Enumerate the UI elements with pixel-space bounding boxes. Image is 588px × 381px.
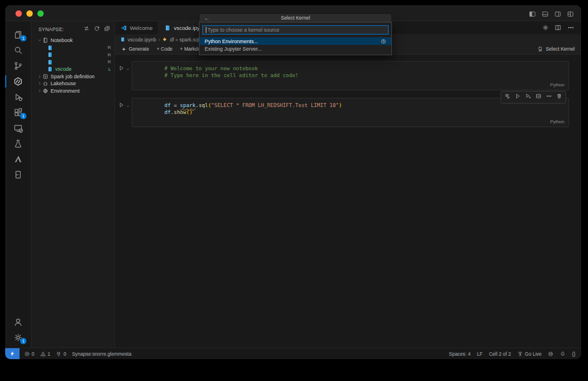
refresh-icon — [94, 25, 100, 32]
status-braces[interactable]: {} — [572, 351, 575, 357]
tree-item-notebook-file[interactable]: R — [32, 51, 114, 59]
status-feedback[interactable] — [548, 351, 554, 357]
tree-item-spark-job-definition[interactable]: Spark job definition — [32, 73, 114, 81]
kernel-source-existing-jupyter-server-label: Existing Jupyter Server... — [205, 46, 386, 52]
tree-item-environment[interactable]: Environment — [32, 87, 114, 95]
breadcrumb-file[interactable]: vscode.ipynb — [128, 37, 156, 43]
activity-remote-explorer[interactable] — [5, 120, 31, 136]
zoom-window-button[interactable] — [37, 10, 44, 17]
activity-extensions[interactable]: 1 — [5, 105, 31, 120]
activity-azure[interactable] — [5, 151, 31, 167]
activity-source-control[interactable] — [5, 58, 31, 74]
activity-manage-badge: 1 — [20, 338, 26, 344]
dialog-title: Select Kernel — [281, 15, 310, 21]
run-cell-button[interactable] — [118, 63, 125, 74]
activity-search[interactable] — [5, 43, 31, 58]
run-options-chevron[interactable] — [126, 100, 130, 111]
back-button[interactable]: ← — [204, 14, 210, 22]
cell-language-indicator[interactable]: Python — [550, 119, 564, 125]
swap-icon — [83, 25, 90, 32]
tree-item-decoration: R — [107, 52, 111, 58]
activity-bar-top: 11 — [5, 27, 31, 182]
collapse-all-button[interactable] — [104, 25, 110, 33]
tree-item-decoration: R — [107, 59, 111, 64]
remote-indicator[interactable] — [5, 348, 20, 359]
activity-synapse[interactable] — [5, 74, 31, 89]
chevron-right-icon — [37, 81, 42, 86]
activity-manage[interactable]: 1 — [5, 330, 31, 345]
refresh-button[interactable] — [94, 25, 100, 33]
bell-icon — [560, 351, 566, 357]
execute-below-button[interactable] — [525, 93, 531, 101]
toggle-secondary-sidebar-button[interactable] — [554, 10, 562, 20]
activity-run-and-debug[interactable] — [5, 89, 31, 105]
split-cell-icon — [536, 93, 541, 99]
minimize-window-button[interactable] — [26, 10, 33, 17]
tree-item-label: Lakehouse — [51, 81, 111, 86]
status-braces-text: {} — [572, 351, 575, 357]
configure-notebook-button[interactable] — [542, 23, 549, 33]
chevron-right-icon — [37, 74, 42, 79]
tree-item-notebook-file[interactable]: R — [32, 59, 114, 66]
toggle-panel-button[interactable] — [541, 10, 549, 20]
tree-item-notebook-file[interactable]: R — [32, 44, 114, 52]
chevron-right-icon — [37, 89, 42, 93]
activity-testing[interactable] — [5, 136, 31, 151]
tree-item-notebook[interactable]: Notebook — [32, 37, 114, 44]
status-go-live[interactable]: Go Live — [517, 351, 541, 357]
generate-button[interactable]: Generate — [121, 46, 149, 52]
tree-item-label: Notebook — [51, 37, 111, 43]
cell-editor[interactable]: # Welcome to your new notebook# Type her… — [132, 61, 569, 90]
more-icon — [567, 24, 574, 31]
status-warnings[interactable]: 1 — [40, 351, 51, 357]
activity-accounts[interactable] — [5, 314, 31, 330]
error-icon — [24, 351, 30, 357]
tree-item-decoration: L — [109, 67, 111, 72]
status-eol[interactable]: LF — [477, 351, 483, 357]
status-go-live-text: Go Live — [525, 351, 541, 357]
select-kernel-button[interactable]: Select Kernel — [537, 46, 575, 52]
git-icon — [13, 61, 23, 71]
execute-above-button[interactable] — [505, 93, 510, 101]
editor-actions — [542, 21, 581, 35]
close-window-button[interactable] — [16, 10, 22, 17]
status-errors[interactable]: 0 — [24, 351, 34, 357]
tree-item-lakehouse[interactable]: Lakehouse — [32, 80, 114, 87]
status-synapse-account[interactable]: Synapse:snorre.glemmesta — [72, 351, 131, 357]
tab-welcome[interactable]: Welcome — [115, 21, 159, 35]
delete-cell-icon — [556, 93, 562, 99]
kernel-icon — [537, 46, 543, 52]
split-cell-button[interactable] — [536, 93, 541, 101]
smiley-icon — [548, 351, 554, 357]
add-code-cell-button[interactable]: + Code — [156, 46, 172, 52]
split-editor-button[interactable] — [555, 23, 562, 33]
more-actions-button[interactable] — [567, 23, 574, 33]
more-button[interactable] — [546, 93, 552, 101]
customize-layout-button[interactable] — [567, 10, 574, 20]
cell-language-indicator[interactable]: Python — [550, 82, 564, 89]
tree-item-vscode[interactable]: vscodeL — [32, 66, 114, 73]
account-icon — [13, 317, 23, 327]
execute-cell-button[interactable] — [515, 93, 521, 101]
execute-cell-icon — [515, 93, 521, 99]
status-indentation[interactable]: Spaces: 4 — [449, 351, 471, 357]
run-cell-button[interactable] — [118, 100, 125, 111]
cell-gutter — [117, 98, 132, 127]
status-ports[interactable]: 0 — [56, 351, 66, 357]
delete-cell-button[interactable] — [556, 93, 562, 101]
status-notebook-cell[interactable]: Cell 2 of 2 — [489, 351, 511, 357]
sidebar-title: SYNAPSE: — [39, 26, 83, 32]
run-options-chevron[interactable] — [126, 63, 130, 74]
switch-workspace-button[interactable] — [83, 25, 90, 33]
activity-notebooks[interactable] — [5, 167, 31, 182]
generate-label: Generate — [129, 46, 149, 52]
cell-editor[interactable]: df = spark.sql("SELECT * FROM LH_REDSHIF… — [132, 98, 569, 127]
kernel-source-existing-jupyter-server[interactable]: Existing Jupyter Server... — [199, 45, 391, 52]
kernel-source-python-environments[interactable]: Python Environments... — [199, 37, 391, 45]
toggle-primary-sidebar-button[interactable] — [529, 10, 536, 20]
activity-explorer[interactable]: 1 — [5, 27, 31, 43]
select-kernel-label: Select Kernel — [545, 46, 575, 52]
kernel-search-input[interactable]: Type to choose a kernel source — [202, 25, 389, 35]
remote-icon — [13, 123, 23, 133]
status-notifications[interactable] — [560, 351, 566, 357]
